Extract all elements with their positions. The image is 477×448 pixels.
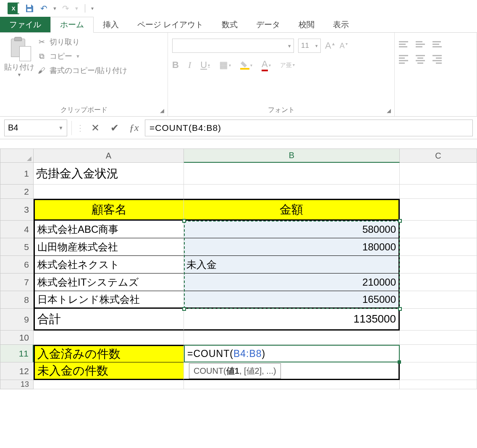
cell-B6[interactable]: 未入金 (184, 256, 400, 273)
row-header-13[interactable]: 13 (0, 380, 34, 389)
tab-data[interactable]: データ (247, 17, 289, 32)
font-color-button[interactable]: A ▾ (262, 59, 271, 71)
row-header-9[interactable]: 9 (0, 309, 34, 331)
cell-C13[interactable] (400, 380, 477, 389)
selection-handle-icon[interactable] (398, 307, 402, 311)
cell-C11[interactable] (400, 345, 477, 362)
name-box[interactable]: B4 ▼ (4, 120, 67, 136)
font-size-select[interactable]: 11▾ (298, 39, 321, 53)
cell-B3[interactable]: 金額 (184, 199, 400, 221)
cell-C2[interactable] (400, 185, 477, 199)
cell-A6[interactable]: 株式会社ネクスト (34, 256, 184, 273)
confirm-formula-button[interactable]: ✔ (106, 120, 123, 136)
tab-review[interactable]: 校閲 (289, 17, 324, 32)
row-header-10[interactable]: 10 (0, 331, 34, 345)
cell-A10[interactable] (34, 331, 184, 345)
cancel-formula-button[interactable]: ✕ (87, 120, 104, 136)
redo-button[interactable]: ↷ (61, 3, 70, 14)
column-header-C[interactable]: C (400, 148, 477, 163)
tab-view[interactable]: 表示 (324, 17, 358, 32)
cell-A13[interactable] (34, 380, 184, 389)
underline-button[interactable]: U ▾ (200, 60, 210, 70)
increase-font-icon[interactable]: A▴ (325, 40, 335, 51)
tab-file[interactable]: ファイル (0, 17, 50, 32)
bold-button[interactable]: B (172, 60, 179, 70)
cell-C6[interactable] (400, 256, 477, 273)
cell-A8[interactable]: 日本トレンド株式会社 (34, 291, 184, 309)
cell-C3[interactable] (400, 199, 477, 221)
row-header-12[interactable]: 12 (0, 362, 34, 380)
cell-A5[interactable]: 山田物産株式会社 (34, 238, 184, 256)
formula-input[interactable]: =COUNT(B4:B8) (145, 120, 473, 136)
cell-A11[interactable]: 入金済みの件数 (34, 345, 184, 362)
decrease-font-icon[interactable]: A▾ (340, 42, 349, 50)
cell-B11[interactable]: =COUNT(B4:B8) (184, 345, 400, 362)
cell-A12[interactable]: 未入金の件数 (34, 362, 184, 380)
border-button[interactable]: ▦ ▾ (219, 60, 231, 70)
row-header-3[interactable]: 3 (0, 199, 34, 221)
row-header-5[interactable]: 5 (0, 238, 34, 256)
cell-B10[interactable] (184, 331, 400, 345)
fill-handle-icon[interactable] (398, 360, 401, 364)
tab-insert[interactable]: 挿入 (94, 17, 128, 32)
align-top-icon[interactable] (399, 41, 408, 47)
cut-button[interactable]: ✂ 切り取り (37, 37, 127, 47)
fx-button[interactable]: ƒx (126, 120, 142, 136)
selection-handle-icon[interactable] (182, 219, 186, 223)
cell-C10[interactable] (400, 331, 477, 345)
row-header-4[interactable]: 4 (0, 221, 34, 238)
selection-handle-icon[interactable] (398, 219, 402, 223)
cell-C8[interactable] (400, 291, 477, 309)
clipboard-launcher-icon[interactable]: ◢ (160, 107, 164, 114)
cell-A2[interactable] (34, 185, 184, 199)
namebox-dropdown-icon[interactable]: ▼ (58, 125, 63, 131)
row-header-6[interactable]: 6 (0, 256, 34, 273)
format-painter-button[interactable]: 🖌 書式のコピー/貼り付け (37, 65, 127, 76)
cell-A4[interactable]: 株式会社ABC商事 (34, 221, 184, 238)
cell-A7[interactable]: 株式会社ITシステムズ (34, 273, 184, 291)
cell-B8[interactable]: 165000 (184, 291, 400, 309)
row-header-8[interactable]: 8 (0, 291, 34, 309)
copy-button[interactable]: ⧉ コピー ▼ (37, 51, 127, 61)
cell-B13[interactable] (184, 380, 400, 389)
cell-B2[interactable] (184, 185, 400, 199)
cell-C7[interactable] (400, 273, 477, 291)
cell-B4[interactable]: 580000 (184, 221, 400, 238)
tab-page-layout[interactable]: ページ レイアウト (128, 17, 212, 32)
tab-home[interactable]: ホーム (50, 17, 94, 33)
italic-button[interactable]: I (188, 60, 191, 70)
cell-A9[interactable]: 合計 (34, 309, 184, 331)
selection-handle-icon[interactable] (182, 307, 186, 311)
cell-A3[interactable]: 顧客名 (34, 199, 184, 221)
fill-color-button[interactable]: ▾ (240, 60, 252, 70)
font-name-select[interactable]: ▾ (172, 39, 294, 53)
row-header-7[interactable]: 7 (0, 273, 34, 291)
cell-C9[interactable] (400, 309, 477, 331)
cell-B5[interactable]: 180000 (184, 238, 400, 256)
column-header-B[interactable]: B (184, 148, 400, 163)
ruby-button[interactable]: ア亜 ▾ (280, 62, 295, 68)
row-header-2[interactable]: 2 (0, 185, 34, 199)
cell-C4[interactable] (400, 221, 477, 238)
align-center-icon[interactable] (416, 55, 425, 64)
cell-C1[interactable] (400, 163, 477, 185)
align-bottom-icon[interactable] (432, 41, 442, 47)
paste-button[interactable]: 貼り付け ▼ (4, 35, 34, 104)
paste-dropdown-icon[interactable]: ▼ (17, 72, 22, 77)
row-header-11[interactable]: 11 (0, 345, 34, 362)
align-middle-icon[interactable] (416, 41, 425, 47)
align-right-icon[interactable] (432, 55, 442, 64)
save-icon[interactable] (24, 3, 35, 14)
cell-C5[interactable] (400, 238, 477, 256)
cell-B1[interactable] (184, 163, 400, 185)
cell-A1[interactable]: 売掛金入金状況 (34, 163, 184, 185)
cell-B9[interactable]: 1135000 (184, 309, 400, 331)
cell-C12[interactable] (400, 362, 477, 380)
row-header-1[interactable]: 1 (0, 163, 34, 185)
font-launcher-icon[interactable]: ◢ (387, 107, 391, 114)
align-left-icon[interactable] (399, 55, 408, 64)
tab-formulas[interactable]: 数式 (212, 17, 247, 32)
cell-B7[interactable]: 210000 (184, 273, 400, 291)
undo-button[interactable]: ↶ (39, 3, 48, 14)
column-header-A[interactable]: A (34, 148, 184, 163)
